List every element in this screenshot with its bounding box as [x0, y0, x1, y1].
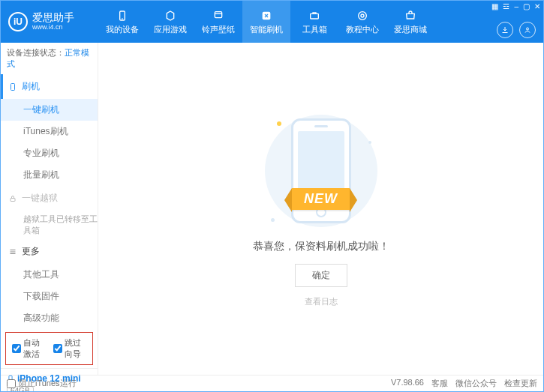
download-icon[interactable]: [497, 22, 513, 38]
sidebar-item-pro-flash[interactable]: 专业刷机: [1, 142, 98, 164]
checkbox-input[interactable]: [12, 344, 21, 353]
checkbox-skip-guide[interactable]: 跳过向导: [53, 337, 87, 360]
nav-label: 爱思商城: [394, 24, 427, 35]
toolbox-icon: [308, 9, 321, 22]
sidebar-group-label: 一键越狱: [22, 192, 58, 205]
nav-label: 智能刷机: [250, 24, 283, 35]
book-icon: [356, 9, 369, 22]
main-content: NEW 恭喜您，保资料刷机成功啦！ 确定 查看日志: [98, 43, 543, 375]
svg-point-7: [527, 28, 529, 30]
nav-ringtones[interactable]: 铃声壁纸: [194, 1, 242, 43]
top-nav: 我的设备 应用游戏 铃声壁纸 智能刷机 工具箱 教程中心 爱思商城: [98, 1, 543, 43]
phone-icon: [116, 9, 129, 22]
footer-link-support[interactable]: 客服: [431, 378, 448, 389]
flash-options: 自动激活 跳过向导: [5, 332, 93, 365]
status-label: 设备连接状态：: [7, 48, 65, 57]
window-controls: ▦ ☲ – ▢ ✕: [491, 2, 540, 10]
sidebar-item-advanced[interactable]: 高级功能: [1, 307, 98, 329]
app-header: iU 爱思助手 www.i4.cn 我的设备 应用游戏 铃声壁纸 智能刷机 工具…: [1, 1, 543, 43]
view-log-link[interactable]: 查看日志: [305, 296, 338, 307]
device-status: 设备连接状态：正常模式: [1, 43, 98, 74]
more-icon: [8, 247, 17, 256]
close-icon[interactable]: ✕: [534, 2, 540, 10]
phone-icon: [8, 82, 17, 91]
minimize-icon[interactable]: –: [514, 2, 518, 10]
jailbreak-moved-note: 越狱工具已转移至工具箱: [1, 211, 98, 239]
block-itunes-checkbox[interactable]: 阻止iTunes运行: [7, 378, 77, 389]
nav-label: 我的设备: [106, 24, 139, 35]
sidebar-group-jailbreak: 一键越狱: [1, 186, 98, 211]
apps-icon: [164, 9, 177, 22]
brand-title: 爱思助手: [32, 12, 74, 23]
brand-url: www.i4.cn: [32, 24, 74, 31]
footer-link-update[interactable]: 检查更新: [504, 378, 537, 389]
maximize-icon[interactable]: ▢: [523, 2, 530, 10]
nav-label: 教程中心: [346, 24, 379, 35]
nav-label: 应用游戏: [154, 24, 187, 35]
lock-icon: [8, 194, 17, 203]
brand-logo-icon: iU: [8, 12, 28, 31]
sidebar-item-oneclick-flash[interactable]: 一键刷机: [1, 99, 98, 121]
header-actions: [497, 22, 536, 38]
nav-tutorials[interactable]: 教程中心: [338, 1, 386, 43]
svg-point-5: [359, 11, 367, 19]
nav-label: 铃声壁纸: [202, 24, 235, 35]
sidebar-group-label: 更多: [22, 245, 40, 258]
ok-button[interactable]: 确定: [295, 264, 347, 287]
version-label: V7.98.66: [391, 378, 424, 389]
nav-flash[interactable]: 智能刷机: [242, 1, 290, 43]
sidebar-group-more[interactable]: 更多: [1, 239, 98, 264]
footer-link-wechat[interactable]: 微信公众号: [455, 378, 497, 389]
sidebar-item-batch-flash[interactable]: 批量刷机: [1, 164, 98, 186]
shop-icon: [404, 9, 417, 22]
checkbox-auto-activate[interactable]: 自动激活: [12, 337, 46, 360]
success-message: 恭喜您，保资料刷机成功啦！: [253, 240, 389, 253]
new-badge: NEW: [292, 188, 350, 210]
svg-rect-8: [11, 83, 15, 90]
sidebar-group-label: 刷机: [22, 80, 40, 93]
sidebar-group-flash[interactable]: 刷机: [1, 74, 98, 99]
brand: iU 爱思助手 www.i4.cn: [1, 1, 98, 43]
sidebar-item-download-firmware[interactable]: 下载固件: [1, 286, 98, 307]
svg-rect-4: [311, 13, 319, 19]
sidebar-item-itunes-flash[interactable]: iTunes刷机: [1, 121, 98, 142]
success-illustration: NEW: [250, 111, 392, 231]
checkbox-input[interactable]: [7, 379, 16, 388]
nav-apps[interactable]: 应用游戏: [146, 1, 194, 43]
svg-rect-2: [215, 11, 221, 17]
music-icon: [212, 9, 225, 22]
settings-icon[interactable]: ▦: [491, 2, 498, 10]
sidebar-item-other-tools[interactable]: 其他工具: [1, 264, 98, 286]
nav-toolbox[interactable]: 工具箱: [290, 1, 338, 43]
svg-rect-9: [11, 198, 15, 201]
flash-icon: [260, 9, 273, 22]
checkbox-input[interactable]: [53, 344, 62, 353]
nav-shop[interactable]: 爱思商城: [386, 1, 434, 43]
nav-label: 工具箱: [302, 24, 327, 35]
menu-icon[interactable]: ☲: [503, 2, 509, 10]
sidebar: 设备连接状态：正常模式 刷机 一键刷机 iTunes刷机 专业刷机 批量刷机 一…: [1, 43, 98, 375]
nav-my-device[interactable]: 我的设备: [98, 1, 146, 43]
user-icon[interactable]: [519, 22, 536, 38]
svg-point-6: [361, 14, 364, 17]
